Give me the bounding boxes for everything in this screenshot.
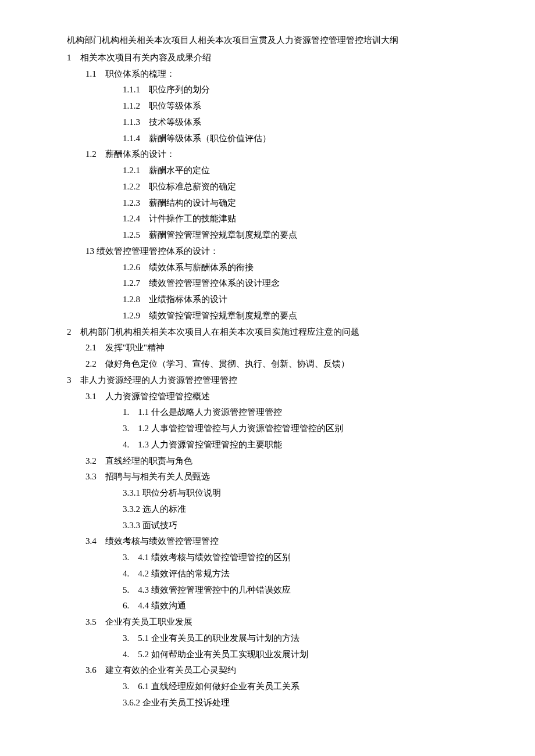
outline-line: 2.1 发挥"职业"精神 <box>67 340 468 356</box>
outline-line: 1.2.3 薪酬结构的设计与确定 <box>67 195 468 212</box>
outline-line: 1.1.2 职位等级体系 <box>67 98 468 114</box>
outline-line: 3.4 绩效考核与绩效管控管理管控 <box>67 533 468 550</box>
outline-line: 1. 1.1 什么是战略人力资源管控管理管控 <box>67 404 468 421</box>
outline-line: 3. 4.1 绩效考核与绩效管控管理管控的区别 <box>67 550 468 566</box>
outline-line: 3 非人力资源经理的人力资源管控管理管控 <box>67 372 468 389</box>
outline-line: 3.1 人力资源管控管理管控概述 <box>67 389 468 405</box>
outline-line: 13 绩效管控管理管控体系的设计： <box>67 243 468 260</box>
outline-line: 3.3.2 选人的标准 <box>67 501 468 518</box>
outline-line: 3.3.3 面试技巧 <box>67 518 468 534</box>
outline-line: 3.2 直线经理的职责与角色 <box>67 453 468 470</box>
outline-line: 3.3 招聘与与相关有关人员甄选 <box>67 469 468 485</box>
outline-line: 4. 4.2 绩效评估的常规方法 <box>67 566 468 582</box>
outline-line: 1.2.1 薪酬水平的定位 <box>67 163 468 179</box>
outline-line: 1.2.7 绩效管控管理管控体系的设计理念 <box>67 275 468 292</box>
outline-line: 4. 5.2 如何帮助企业有关员工实现职业发展计划 <box>67 647 468 663</box>
outline-line: 1.2.5 薪酬管控管理管控规章制度规章的要点 <box>67 227 468 243</box>
outline-line: 1 相关本次项目有关内容及成果介绍 <box>67 50 468 66</box>
outline-line: 5. 4.3 绩效管控管理管控中的几种错误效应 <box>67 582 468 599</box>
document-title: 机构部门机构相关相关本次项目人相关本次项目宣贯及人力资源管控管理管控培训大纲 <box>67 33 468 49</box>
outline-line: 3. 6.1 直线经理应如何做好企业有关员工关系 <box>67 679 468 695</box>
outline-line: 1.2.2 职位标准总薪资的确定 <box>67 179 468 195</box>
outline-line: 1.1 职位体系的梳理： <box>67 66 468 83</box>
outline-line: 3.3.1 职位分析与职位说明 <box>67 485 468 501</box>
outline-line: 3. 5.1 企业有关员工的职业发展与计划的方法 <box>67 630 468 647</box>
outline-line: 4. 1.3 人力资源管控管理管控的主要职能 <box>67 437 468 453</box>
outline-line: 1.2 薪酬体系的设计： <box>67 146 468 163</box>
outline-line: 1.2.8 业绩指标体系的设计 <box>67 292 468 308</box>
outline-line: 3.6 建立有效的企业有关员工心灵契约 <box>67 662 468 679</box>
outline-line: 2.2 做好角色定位（学习、宣传、贯彻、执行、创新、协调、反馈） <box>67 356 468 372</box>
outline-line: 6. 4.4 绩效沟通 <box>67 598 468 614</box>
outline-container: 1 相关本次项目有关内容及成果介绍1.1 职位体系的梳理：1.1.1 职位序列的… <box>67 50 468 711</box>
outline-line: 1.1.4 薪酬等级体系（职位价值评估） <box>67 131 468 147</box>
outline-line: 1.1.1 职位序列的划分 <box>67 82 468 98</box>
outline-line: 1.2.9 绩效管控管理管控规章制度规章的要点 <box>67 308 468 324</box>
outline-line: 1.2.4 计件操作工的技能津贴 <box>67 211 468 227</box>
outline-line: 2 机构部门机构相关相关本次项目人在相关本次项目实施过程应注意的问题 <box>67 324 468 341</box>
outline-line: 3.5 企业有关员工职业发展 <box>67 614 468 630</box>
outline-line: 1.1.3 技术等级体系 <box>67 114 468 131</box>
outline-line: 3. 1.2 人事管控管理管控与人力资源管控管理管控的区别 <box>67 421 468 437</box>
outline-line: 1.2.6 绩效体系与薪酬体系的衔接 <box>67 260 468 276</box>
outline-line: 3.6.2 企业有关员工投诉处理 <box>67 695 468 711</box>
